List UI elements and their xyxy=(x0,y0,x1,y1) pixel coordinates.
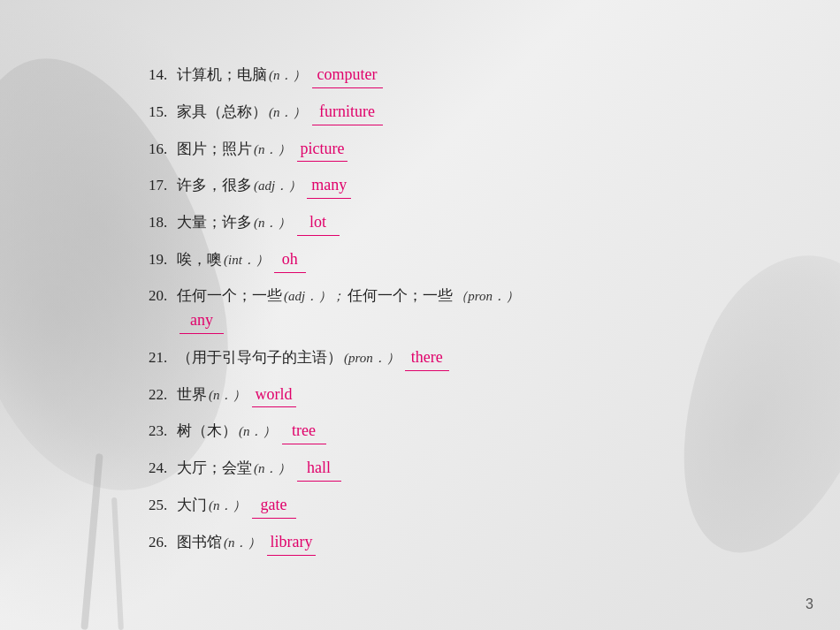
part-of-speech-1: (adj．）； xyxy=(284,285,345,307)
list-item: 16. 图片；照片 (n．） picture xyxy=(149,136,714,163)
list-item: 23. 树（木） (n．） tree xyxy=(149,418,714,444)
page-number: 3 xyxy=(806,596,813,612)
part-of-speech-2: （pron．） xyxy=(454,285,519,307)
list-item: 20. 任何一个；一些 (adj．）； 任何一个；一些 （pron．） any xyxy=(149,284,714,334)
item-number: 24. xyxy=(149,456,177,480)
chinese-text: 大门 xyxy=(177,493,207,517)
item-number: 20. xyxy=(149,284,177,307)
part-of-speech: (n．） xyxy=(209,495,247,516)
item-row-1: 20. 任何一个；一些 (adj．）； 任何一个；一些 （pron．） xyxy=(149,284,714,307)
chinese-text: 大厅；会堂 xyxy=(177,456,252,480)
chinese-text: 任何一个；一些 xyxy=(177,284,282,307)
list-item: 15. 家具（总称） (n．） furniture xyxy=(149,99,714,125)
content-box: 14. 计算机；电脑 (n．） computer 15. 家具（总称） (n．）… xyxy=(131,53,732,575)
chinese-text: 大量；许多 xyxy=(177,210,252,234)
part-of-speech: (n．） xyxy=(254,212,292,233)
answer-text: many xyxy=(307,172,351,199)
item-number: 22. xyxy=(149,383,177,406)
list-item: 22. 世界 (n．） world xyxy=(149,382,714,408)
list-item: 17. 许多，很多 (adj．） many xyxy=(149,172,714,199)
part-of-speech: (int．） xyxy=(224,249,269,270)
chinese-text: （用于引导句子的主语） xyxy=(177,345,342,369)
answer-text: any xyxy=(179,307,224,334)
chinese-text: 计算机；电脑 xyxy=(177,63,267,87)
answer-text: tree xyxy=(282,418,326,444)
item-row-2: any xyxy=(177,307,714,334)
answer-text: lot xyxy=(297,209,340,236)
answer-text: there xyxy=(405,345,449,371)
part-of-speech: (n．） xyxy=(209,384,247,406)
answer-text: gate xyxy=(252,492,296,519)
answer-text: hall xyxy=(297,455,341,482)
part-of-speech: (n．） xyxy=(224,532,262,553)
item-number: 15. xyxy=(149,100,177,124)
part-of-speech: (n．） xyxy=(254,139,292,160)
chinese-text: 世界 xyxy=(177,383,207,406)
item-number: 23. xyxy=(149,419,177,443)
item-number: 26. xyxy=(149,530,177,554)
list-item: 18. 大量；许多 (n．） lot xyxy=(149,209,714,236)
answer-text: oh xyxy=(274,247,306,273)
part-of-speech: (n．） xyxy=(269,102,307,123)
chinese-text: 图片；照片 xyxy=(177,137,252,161)
answer-text: library xyxy=(267,529,317,556)
list-item: 24. 大厅；会堂 (n．） hall xyxy=(149,455,714,482)
part-of-speech: (n．） xyxy=(254,458,292,479)
item-number: 16. xyxy=(149,137,177,161)
list-item: 19. 唉，噢 (int．） oh xyxy=(149,247,714,273)
list-item: 25. 大门 (n．） gate xyxy=(149,492,714,519)
answer-text: furniture xyxy=(312,99,383,125)
part-of-speech: (adj．） xyxy=(254,175,302,196)
chinese-text-2: 任何一个；一些 xyxy=(347,284,453,307)
part-of-speech: (pron．） xyxy=(344,347,400,368)
chinese-text: 图书馆 xyxy=(177,530,222,554)
answer-text: world xyxy=(252,382,296,408)
part-of-speech: (n．） xyxy=(239,421,277,442)
item-number: 17. xyxy=(149,173,177,197)
item-number: 21. xyxy=(149,345,177,369)
list-item: 21. （用于引导句子的主语） (pron．） there xyxy=(149,345,714,371)
answer-text: picture xyxy=(297,136,348,163)
list-item: 26. 图书馆 (n．） library xyxy=(149,529,714,556)
list-item: 14. 计算机；电脑 (n．） computer xyxy=(149,62,714,88)
item-number: 19. xyxy=(149,247,177,271)
item-number: 18. xyxy=(149,210,177,234)
item-number: 25. xyxy=(149,493,177,517)
chinese-text: 许多，很多 xyxy=(177,173,252,197)
chinese-text: 树（木） xyxy=(177,419,237,443)
answer-text: computer xyxy=(312,62,383,88)
chinese-text: 唉，噢 xyxy=(177,247,222,271)
part-of-speech: (n．） xyxy=(269,65,307,86)
item-number: 14. xyxy=(149,63,177,87)
chinese-text: 家具（总称） xyxy=(177,100,267,124)
